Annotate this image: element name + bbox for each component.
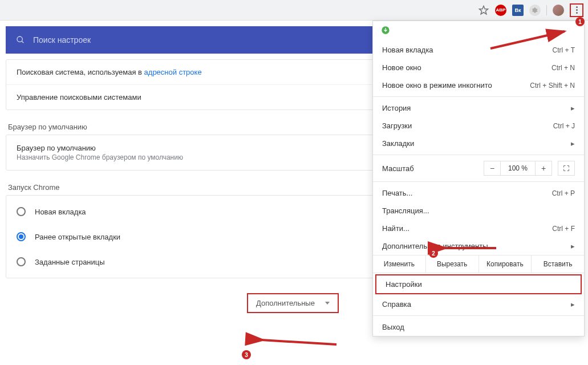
manage-engines-label: Управление поисковыми системами [17, 93, 141, 102]
profile-avatar-icon[interactable] [553, 5, 564, 16]
adblock-icon[interactable]: ABP [495, 5, 506, 16]
startup-option-label: Ранее открытые вкладки [35, 233, 120, 241]
menu-cast[interactable]: Трансляция... [373, 202, 584, 220]
chrome-menu: Новая вкладкаCtrl + T Новое окноCtrl + N… [372, 21, 585, 336]
radio-icon[interactable] [17, 232, 26, 241]
zoom-label: Масштаб [382, 164, 451, 173]
menu-help[interactable]: Справка▸ [373, 295, 584, 313]
menu-incognito[interactable]: Новое окно в режиме инкогнитоCtrl + Shif… [373, 76, 584, 94]
svg-marker-0 [480, 6, 488, 14]
annotation-arrow-1 [490, 29, 570, 53]
menu-settings[interactable]: Настройки [375, 274, 582, 294]
zoom-value: 100 % [501, 161, 535, 176]
menu-zoom-row: Масштаб − 100 % + [373, 157, 584, 179]
svg-line-3 [22, 41, 23, 43]
startup-option-label: Заданные страницы [35, 258, 105, 266]
toolbar-separator [546, 5, 547, 15]
advanced-button-label: Дополнительные [256, 299, 315, 307]
radio-icon[interactable] [17, 207, 26, 216]
menu-print[interactable]: Печать...Ctrl + P [373, 184, 584, 202]
bookmark-star-icon[interactable] [478, 5, 489, 16]
chevron-right-icon: ▸ [571, 242, 575, 250]
chrome-menu-button[interactable] [570, 3, 583, 17]
menu-new-window[interactable]: Новое окноCtrl + N [373, 59, 584, 76]
svg-point-2 [17, 36, 22, 42]
svg-line-7 [261, 340, 336, 344]
annotation-badge-1: 1 [575, 17, 585, 26]
chevron-right-icon: ▸ [571, 300, 575, 309]
advanced-button[interactable]: Дополнительные [247, 293, 339, 313]
menu-history[interactable]: История▸ [373, 99, 584, 117]
startup-option-label: Новая вкладка [35, 208, 86, 216]
extension-gear-icon[interactable] [529, 5, 541, 16]
edit-label: Изменить [373, 256, 426, 273]
address-bar-link[interactable]: адресной строке [144, 68, 202, 76]
chevron-right-icon: ▸ [571, 104, 575, 112]
menu-bookmarks[interactable]: Закладки▸ [373, 135, 584, 152]
default-browser-title: Браузер по умолчанию [17, 144, 183, 152]
fullscreen-button[interactable] [558, 161, 575, 176]
default-browser-desc: Назначить Google Chrome браузером по умо… [17, 153, 183, 161]
svg-line-5 [490, 31, 565, 48]
search-engine-label: Поисковая система, используемая в адресн… [17, 68, 202, 76]
chevron-down-icon [325, 302, 330, 305]
search-icon [16, 35, 25, 44]
annotation-arrow-3 [257, 333, 342, 352]
radio-icon[interactable] [17, 257, 26, 266]
chevron-right-icon: ▸ [571, 139, 575, 148]
menu-find[interactable]: Найти...Ctrl + F [373, 220, 584, 237]
menu-paste[interactable]: Вставить [532, 256, 584, 273]
annotation-badge-2: 2 [429, 249, 438, 258]
annotation-badge-3: 3 [242, 350, 251, 359]
menu-exit[interactable]: Выход [373, 318, 584, 336]
zoom-out-button[interactable]: − [484, 161, 501, 176]
annotation-arrow-2 [439, 240, 502, 258]
browser-toolbar: ABP Вк [0, 0, 588, 21]
menu-downloads[interactable]: ЗагрузкиCtrl + J [373, 117, 584, 135]
zoom-in-button[interactable]: + [535, 161, 552, 176]
vk-extension-icon[interactable]: Вк [512, 5, 524, 16]
